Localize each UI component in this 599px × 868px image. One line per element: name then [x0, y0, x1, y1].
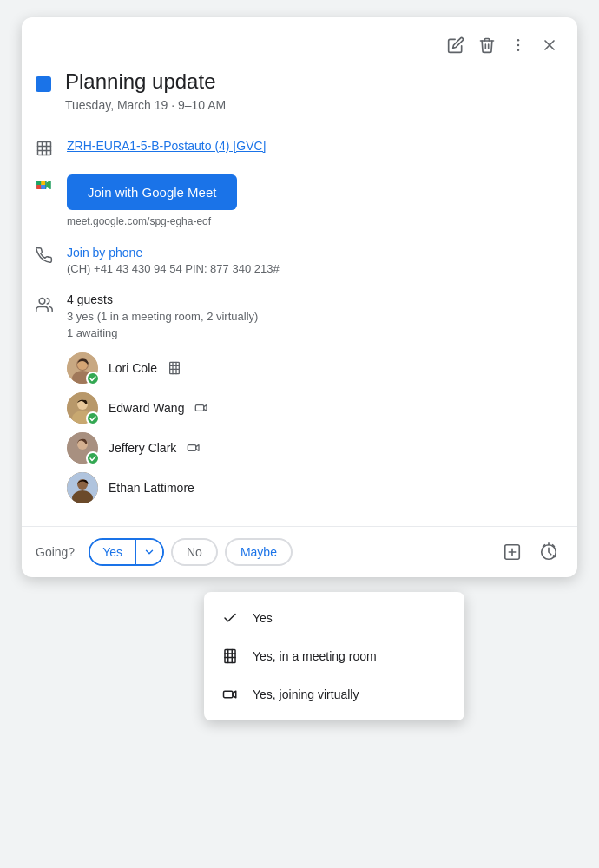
meet-row: Join with Google Meet meet.google.com/sp…: [22, 166, 577, 236]
svg-rect-8: [36, 181, 41, 185]
edit-button[interactable]: [442, 31, 470, 59]
snooze-button[interactable]: [534, 537, 563, 567]
phone-content: Join by phone (CH) +41 43 430 94 54 PIN:…: [67, 245, 563, 275]
svg-rect-11: [41, 185, 45, 189]
svg-rect-25: [188, 444, 196, 450]
svg-point-1: [517, 44, 520, 47]
room-icon: [221, 648, 239, 665]
footer: Going? Yes No Maybe: [22, 527, 577, 577]
maybe-button[interactable]: Maybe: [225, 538, 293, 566]
check-badge: [86, 451, 100, 465]
yes-dropdown-arrow[interactable]: [135, 540, 162, 564]
video-small-icon: [187, 441, 201, 455]
location-content: ZRH-EURA1-5-B-Postauto (4) [GVC]: [67, 138, 563, 154]
svg-rect-34: [224, 691, 234, 698]
yes-split-button: Yes: [89, 538, 164, 566]
guests-count: 4 guests: [67, 293, 563, 306]
check-badge: [86, 372, 100, 385]
event-card: Planning update Tuesday, March 19 · 9–10…: [22, 17, 577, 577]
dropdown-meeting-room[interactable]: Yes, in a meeting room: [204, 637, 464, 675]
avatar: [67, 352, 98, 384]
guest-name: Ethan Lattimore: [109, 481, 194, 495]
svg-rect-33: [225, 649, 235, 662]
guests-summary: 3 yes (1 in a meeting room, 2 virtually)…: [67, 308, 563, 342]
svg-rect-21: [196, 404, 204, 411]
guest-list: Lori Cole: [67, 352, 563, 503]
svg-point-0: [517, 39, 520, 42]
avatar: [67, 472, 98, 503]
location-row: ZRH-EURA1-5-B-Postauto (4) [GVC]: [22, 129, 577, 166]
guest-item: Ethan Lattimore: [67, 472, 563, 503]
check-icon: [221, 609, 239, 627]
yes-button[interactable]: Yes: [90, 540, 135, 564]
card-top: Planning update Tuesday, March 19 · 9–10…: [22, 17, 577, 112]
phone-icon: [36, 247, 53, 264]
event-time: Tuesday, March 19 · 9–10 AM: [65, 98, 226, 112]
meet-content: Join with Google Meet meet.google.com/sp…: [67, 174, 563, 227]
building-small-icon: [168, 361, 181, 375]
guest-name: Lori Cole: [109, 361, 157, 375]
location-link[interactable]: ZRH-EURA1-5-B-Postauto (4) [GVC]: [67, 139, 267, 153]
phone-detail: (CH) +41 43 430 94 54 PIN: 877 340 213#: [67, 262, 563, 275]
guest-item: Lori Cole: [67, 352, 563, 384]
svg-rect-10: [36, 185, 41, 189]
svg-point-2: [517, 49, 520, 52]
svg-point-12: [39, 298, 45, 304]
guests-row: 4 guests 3 yes (1 in a meeting room, 2 v…: [22, 284, 577, 512]
avatar-image: [67, 472, 98, 503]
meet-url: meet.google.com/spg-egha-eof: [67, 215, 563, 227]
guest-item: Jeffery Clark: [67, 432, 563, 464]
dropdown-menu: Yes Yes, in a meeting room: [204, 592, 464, 720]
dropdown-yes-label: Yes: [253, 611, 273, 625]
no-button[interactable]: No: [171, 538, 218, 566]
add-note-button[interactable]: [497, 537, 527, 567]
gmeet-row: Join with Google Meet: [67, 174, 563, 210]
guests-icon: [36, 296, 53, 313]
event-title: Planning update: [65, 69, 226, 95]
dropdown-yes[interactable]: Yes: [204, 599, 464, 637]
check-badge: [86, 411, 100, 425]
virtual-icon: [221, 686, 239, 703]
event-header: Planning update Tuesday, March 19 · 9–10…: [36, 69, 563, 112]
video-small-icon: [194, 401, 208, 415]
svg-rect-5: [38, 141, 51, 155]
guest-name: Jeffery Clark: [109, 441, 176, 455]
svg-rect-9: [41, 181, 45, 185]
event-color-dot: [36, 76, 51, 92]
guest-item: Edward Wang: [67, 392, 563, 424]
dropdown-room-label: Yes, in a meeting room: [253, 649, 377, 663]
guest-name: Edward Wang: [109, 401, 184, 415]
guests-content: 4 guests 3 yes (1 in a meeting room, 2 v…: [67, 293, 563, 503]
more-options-button[interactable]: [504, 31, 532, 59]
dropdown-virtually[interactable]: Yes, joining virtually: [204, 675, 464, 713]
phone-row: Join by phone (CH) +41 43 430 94 54 PIN:…: [22, 236, 577, 284]
going-label: Going?: [36, 545, 75, 559]
join-meet-button[interactable]: Join with Google Meet: [67, 174, 237, 210]
event-title-block: Planning update Tuesday, March 19 · 9–10…: [65, 69, 226, 112]
meet-logo-icon: [36, 176, 53, 194]
avatar: [67, 392, 98, 424]
close-button[interactable]: [536, 31, 563, 59]
join-phone-link[interactable]: Join by phone: [67, 246, 142, 260]
avatar: [67, 432, 98, 464]
delete-button[interactable]: [473, 31, 501, 59]
dropdown-virtual-label: Yes, joining virtually: [253, 687, 359, 701]
toolbar: [36, 31, 563, 59]
svg-rect-17: [170, 362, 180, 373]
building-icon: [36, 140, 53, 157]
